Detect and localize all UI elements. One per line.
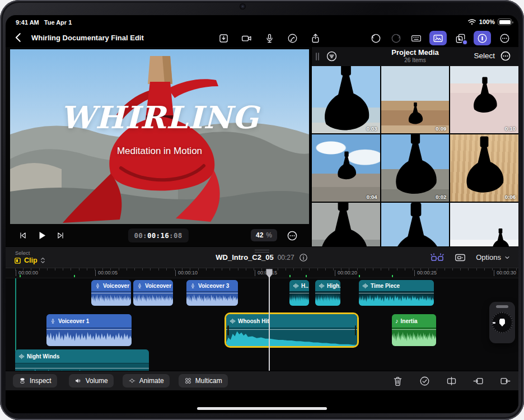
clip-label: Time Piece bbox=[371, 283, 400, 289]
timeline-clip[interactable]: Voiceover 2 bbox=[91, 280, 131, 306]
pencil-tool-button[interactable] bbox=[286, 31, 299, 45]
viewer-zoom-button[interactable]: 42% bbox=[251, 229, 277, 241]
inspect-button[interactable]: Inspect bbox=[13, 374, 57, 388]
trash-icon[interactable] bbox=[392, 375, 404, 387]
marker-tick bbox=[392, 275, 393, 277]
redo-button[interactable] bbox=[389, 31, 403, 45]
status-bar: 9:41 AM Tue Apr 1 100% bbox=[6, 17, 518, 29]
screen: 9:41 AM Tue Apr 1 100% Whirling Document… bbox=[6, 15, 518, 413]
marker-tick bbox=[74, 275, 75, 277]
record-voiceover-button[interactable] bbox=[263, 31, 276, 45]
animate-button[interactable]: Animate bbox=[123, 374, 170, 388]
timeline-clip-selected[interactable]: Whoosh Hit bbox=[226, 314, 357, 346]
bottom-toolbar: Inspect Volume Animate Multicam bbox=[6, 371, 518, 390]
insert-clip-icon[interactable] bbox=[472, 375, 484, 387]
connect-clips-button[interactable] bbox=[430, 251, 445, 264]
ruler-label: 00:00:05 bbox=[95, 270, 118, 276]
more-button[interactable] bbox=[498, 31, 511, 45]
jog-wheel-widget[interactable] bbox=[489, 302, 515, 343]
multicam-grid-icon bbox=[184, 377, 192, 385]
multicam-button[interactable]: Multicam bbox=[179, 374, 228, 388]
jog-drag-handle[interactable] bbox=[496, 305, 508, 308]
clip-label: Inertia bbox=[401, 318, 418, 324]
timeline-ruler[interactable]: 00:00:00 00:00:05 00:00:10 00:00:15 00:0… bbox=[6, 268, 518, 278]
media-thumbnail[interactable] bbox=[381, 203, 450, 246]
timeline-tracks[interactable]: Voiceover 2 Voiceover 2 Voiceover 3 H.. … bbox=[6, 278, 518, 371]
timeline-clip[interactable]: Voiceover 1 bbox=[46, 314, 132, 346]
media-browser-toggle[interactable] bbox=[429, 31, 447, 45]
media-thumbnail[interactable]: 0:10 bbox=[450, 66, 518, 133]
split-clip-icon[interactable] bbox=[446, 375, 457, 387]
check-circle-icon[interactable] bbox=[419, 375, 431, 387]
waveform-icon bbox=[362, 283, 368, 289]
skip-to-start-button[interactable] bbox=[18, 231, 27, 242]
home-indicator[interactable] bbox=[197, 407, 327, 410]
ruler-label: 00:00:10 bbox=[175, 270, 198, 276]
media-thumbnail[interactable] bbox=[312, 203, 380, 246]
share-button[interactable] bbox=[308, 31, 322, 45]
info-button[interactable] bbox=[298, 253, 308, 263]
music-note-icon: ♪ bbox=[395, 318, 399, 324]
status-time: 9:41 AM bbox=[16, 19, 39, 26]
project-title: Whirling Documentary Final Edit bbox=[31, 34, 144, 42]
back-button[interactable] bbox=[12, 31, 26, 45]
timeline-clip[interactable]: Night Winds bbox=[15, 349, 149, 371]
jog-wheel-toggle[interactable] bbox=[474, 31, 491, 45]
select-button[interactable]: Select bbox=[474, 52, 495, 60]
effects-button[interactable] bbox=[453, 31, 467, 45]
marker-tick bbox=[20, 275, 21, 277]
waveform-icon bbox=[319, 283, 325, 289]
media-grid: 0:03 0:09 0:10 0:04 0:02 0:06 bbox=[312, 66, 518, 246]
skip-to-end-button[interactable] bbox=[56, 231, 66, 242]
battery-icon bbox=[498, 18, 512, 25]
media-thumbnail[interactable]: 0:06 bbox=[450, 134, 518, 202]
timeline-header: Select Clip WD_Intro_C2_05 00:27 Options bbox=[6, 246, 518, 268]
timecode-display[interactable]: 00:00:16:08 bbox=[128, 228, 188, 242]
video-subtitle-overlay: Meditation in Motion bbox=[10, 146, 309, 157]
volume-button[interactable]: Volume bbox=[69, 374, 114, 388]
transport-controls: 00:00:16:08 42% bbox=[10, 227, 306, 245]
import-button[interactable] bbox=[217, 31, 230, 45]
timeline-clip[interactable]: High... bbox=[315, 280, 340, 306]
browser-more-button[interactable] bbox=[499, 50, 513, 63]
timeline-clip[interactable]: Voiceover 2 bbox=[133, 280, 173, 306]
clip-label: Voiceover 2 bbox=[103, 283, 131, 289]
video-preview[interactable]: WHIRLING Meditation in Motion bbox=[10, 49, 309, 224]
append-clip-icon[interactable] bbox=[499, 375, 511, 387]
current-clip-duration: 00:27 bbox=[278, 254, 294, 262]
media-thumbnail[interactable]: 0:03 bbox=[312, 66, 380, 133]
keyframe-diamond-icon bbox=[128, 377, 136, 385]
clip-label: Voiceover 2 bbox=[145, 283, 173, 289]
clip-duration-badge: 0:06 bbox=[505, 194, 516, 200]
timeline-clip[interactable]: H.. bbox=[289, 280, 309, 306]
media-thumbnail[interactable]: 0:09 bbox=[381, 66, 450, 133]
video-frame-art bbox=[10, 49, 309, 224]
jog-dial[interactable] bbox=[492, 312, 513, 333]
ruler-label: 00:00:15 bbox=[255, 270, 277, 276]
media-thumbnail[interactable] bbox=[450, 203, 518, 246]
viewer-more-button[interactable] bbox=[286, 230, 300, 243]
clip-duration-badge: 0:03 bbox=[367, 125, 377, 132]
multicam-viewer-button[interactable] bbox=[453, 251, 467, 264]
capture-tools bbox=[217, 31, 322, 45]
play-button[interactable] bbox=[36, 230, 48, 244]
clip-duration-badge: 0:10 bbox=[505, 125, 516, 132]
light-sensor bbox=[277, 6, 279, 8]
record-video-button[interactable] bbox=[240, 31, 253, 45]
microphone-icon bbox=[190, 283, 196, 289]
undo-button[interactable] bbox=[369, 31, 382, 45]
media-thumbnail[interactable]: 0:02 bbox=[381, 134, 450, 202]
microphone-icon bbox=[137, 283, 143, 289]
video-title-overlay: WHIRLING bbox=[10, 102, 309, 133]
media-thumbnail[interactable]: 0:04 bbox=[312, 134, 380, 202]
timeline-clip[interactable]: Voiceover 3 bbox=[186, 280, 238, 306]
jog-pointer bbox=[499, 319, 505, 326]
waveform-icon bbox=[18, 353, 25, 360]
media-browser-panel: Project Media 26 Items Select 0:03 0:09 … bbox=[311, 47, 518, 246]
viewer-pane: WHIRLING Meditation in Motion 00:00:16:0… bbox=[6, 47, 311, 246]
timeline-clip[interactable]: Time Piece bbox=[359, 280, 434, 306]
options-menu-button[interactable]: Options bbox=[476, 253, 511, 262]
clip-label: H.. bbox=[301, 283, 308, 289]
timeline-clip[interactable]: ♪Inertia bbox=[392, 314, 436, 346]
keyboard-button[interactable] bbox=[409, 31, 423, 45]
